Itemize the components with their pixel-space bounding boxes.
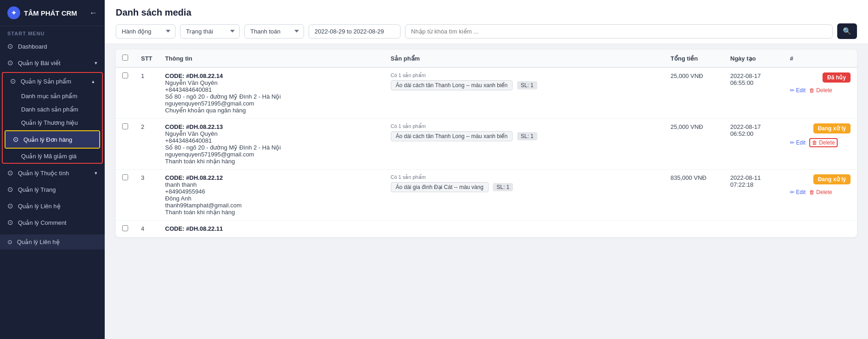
chevron-down-icon: ▾ xyxy=(95,170,97,176)
col-ngay-tao: Ngày tạo xyxy=(724,50,783,67)
row-checkbox[interactable] xyxy=(122,123,128,129)
sidebar-section-label: START MENU xyxy=(0,26,105,38)
row-products: Có 1 sản phẩm Áo dài cách tân Thanh Long… xyxy=(384,67,665,119)
edit-button[interactable]: ✏ Edit xyxy=(790,87,806,94)
payment-method: Thanh toán khi nhận hàng xyxy=(165,158,378,165)
edit-button[interactable]: ✏ Edit xyxy=(790,139,806,146)
table-container: STT Thông tin Sản phẩm Tổng tiền Ngày tạ… xyxy=(105,44,868,339)
row-products: Có 1 sản phẩm Áo dài gia đình Đại Cát --… xyxy=(384,170,665,221)
sidebar-item-danh-sach-san-pham[interactable]: Danh sách sản phẩm xyxy=(3,103,102,116)
logo-text: TÂM PHÁT CRM xyxy=(24,9,77,17)
order-code: CODE: #DH.08.22.13 xyxy=(165,123,378,130)
search-input[interactable] xyxy=(405,24,833,39)
san-pham-group: ⊙ Quản lý Sản phẩm ▴ Danh mục sản phẩm D… xyxy=(2,72,103,164)
row-info: CODE: #DH.08.22.14 Nguyễn Văn Quyên +844… xyxy=(159,67,384,119)
row-stt: 3 xyxy=(135,170,159,221)
sidebar-item-trang[interactable]: ⊙ Quản lý Trang xyxy=(0,181,105,198)
row-date: 2022-08-1706:52:00 xyxy=(724,119,783,170)
sidebar-item-label: Quản lý Thuộc tính xyxy=(18,170,90,177)
search-button[interactable]: 🔍 xyxy=(837,23,857,39)
sidebar-item-san-pham[interactable]: ⊙ Quản lý Sản phẩm ▴ xyxy=(3,73,102,89)
select-all-checkbox[interactable] xyxy=(122,55,128,61)
thanh-toan-select[interactable]: Thanh toán xyxy=(244,24,304,39)
sidebar-item-ma-giam-gia[interactable]: Quản lý Mã giảm giá xyxy=(3,150,102,163)
sidebar-item-thuong-hieu[interactable]: Quản lý Thương hiệu xyxy=(3,116,102,129)
row-actions xyxy=(783,221,857,238)
trang-icon: ⊙ xyxy=(7,185,13,194)
bottom-lien-he-icon: ⊙ xyxy=(7,239,12,245)
sidebar-item-label: Quản lý Bài viết xyxy=(18,60,90,67)
customer-email: nguyenquyen571995@gmail.com xyxy=(165,100,378,107)
customer-phone: +84904955946 xyxy=(165,188,378,195)
row-stt: 1 xyxy=(135,67,159,119)
hanh-dong-select[interactable]: Hành động xyxy=(116,24,175,39)
status-badge: Đang xử lý xyxy=(813,174,851,184)
customer-name: Nguyễn Văn Quyên xyxy=(165,130,378,137)
date-range-input[interactable] xyxy=(309,24,400,39)
table-row: 2 CODE: #DH.08.22.13 Nguyễn Văn Quyên +8… xyxy=(116,119,857,170)
col-thong-tin: Thông tin xyxy=(159,50,384,67)
row-checkbox[interactable] xyxy=(122,225,128,231)
page-title: Danh sách media xyxy=(116,7,857,18)
row-checkbox[interactable] xyxy=(122,174,128,180)
sidebar-item-bai-viet[interactable]: ⊙ Quản lý Bài viết ▾ xyxy=(0,55,105,71)
sidebar-back-button[interactable]: ← xyxy=(89,8,97,18)
customer-address: Số 80 - ngõ 20 - đường Mỹ Đình 2 - Hà Nộ… xyxy=(165,144,378,151)
row-date: 2022-08-1706:55:00 xyxy=(724,67,783,119)
sidebar-item-don-hang[interactable]: ⊙ Quản lý Đơn hàng xyxy=(6,131,99,148)
sidebar-item-label: Dashboard xyxy=(18,43,97,50)
sidebar-bottom-lien-he[interactable]: ⊙ Quản lý Liên hệ xyxy=(0,234,105,250)
row-actions: Đang xử lý ✏ Edit 🗑 Delete xyxy=(783,170,857,221)
bai-viet-icon: ⊙ xyxy=(7,59,13,67)
delete-button[interactable]: 🗑 Delete xyxy=(809,189,832,195)
sidebar-logo: ✦ TÂM PHÁT CRM xyxy=(7,6,77,19)
product-tag: Áo dài cách tân Thanh Long -- màu xanh b… xyxy=(391,131,513,141)
row-total: 25,000 VNĐ xyxy=(664,67,724,119)
table-row: 3 CODE: #DH.08.22.12 thanh thanh +849049… xyxy=(116,170,857,221)
col-checkbox xyxy=(116,50,135,67)
order-code: CODE: #DH.08.22.12 xyxy=(165,174,378,181)
sidebar-item-dashboard[interactable]: ⊙ Dashboard xyxy=(0,38,105,55)
table-header-row: STT Thông tin Sản phẩm Tổng tiền Ngày tạ… xyxy=(116,50,857,67)
sidebar-item-thuoc-tinh[interactable]: ⊙ Quản lý Thuộc tính ▾ xyxy=(0,165,105,181)
customer-name: thanh thanh xyxy=(165,181,378,188)
customer-address: Số 80 - ngõ 20 - đường Mỹ Đình 2 - Hà Nộ… xyxy=(165,93,378,100)
row-total xyxy=(664,221,724,238)
action-links: ✏ Edit 🗑 Delete xyxy=(790,138,851,147)
don-hang-active-wrapper: ⊙ Quản lý Đơn hàng xyxy=(5,130,100,149)
sidebar-item-label: Quản lý Trang xyxy=(18,186,97,193)
product-tag: Áo dài cách tân Thanh Long -- màu xanh b… xyxy=(391,80,513,90)
sidebar-item-lien-he[interactable]: ⊙ Quản lý Liên hệ xyxy=(0,198,105,214)
delete-button[interactable]: 🗑 Delete xyxy=(809,138,838,147)
row-stt: 4 xyxy=(135,221,159,238)
row-checkbox-cell xyxy=(116,170,135,221)
sidebar-item-comment[interactable]: ⊙ Quản lý Comment xyxy=(0,214,105,231)
sidebar-item-danh-muc-san-pham[interactable]: Danh mục sản phẩm xyxy=(3,89,102,103)
customer-address: Đông Anh xyxy=(165,195,378,202)
thuoc-tinh-icon: ⊙ xyxy=(7,169,13,177)
row-info: CODE: #DH.08.22.11 xyxy=(159,221,384,238)
payment-method: Chuyển khoản qua ngân hàng xyxy=(165,107,378,114)
sidebar-bottom-label: Quản lý Liên hệ xyxy=(17,239,60,245)
action-links: ✏ Edit 🗑 Delete xyxy=(790,189,851,195)
customer-name: Nguyễn Văn Quyên xyxy=(165,79,378,86)
col-tong-tien: Tổng tiền xyxy=(664,50,724,67)
edit-button[interactable]: ✏ Edit xyxy=(790,189,806,195)
sidebar-item-label: Quản lý Sản phẩm xyxy=(21,78,87,85)
sl-badge: SL: 1 xyxy=(517,81,537,89)
sl-badge: SL: 1 xyxy=(493,183,513,191)
row-stt: 2 xyxy=(135,119,159,170)
dashboard-icon: ⊙ xyxy=(7,42,13,50)
status-badge: Đang xử lý xyxy=(813,123,851,133)
customer-email: thanh99tamphat@gmail.com xyxy=(165,202,378,209)
sidebar-item-label: Quản lý Đơn hàng xyxy=(23,136,92,143)
sidebar-sub-label: Quản lý Thương hiệu xyxy=(21,119,78,126)
delete-button[interactable]: 🗑 Delete xyxy=(809,87,832,94)
product-tag: Áo dài gia đình Đại Cát -- màu vàng xyxy=(391,182,489,192)
trang-thai-select[interactable]: Trạng thái xyxy=(180,24,240,39)
col-stt: STT xyxy=(135,50,159,67)
col-san-pham: Sản phẩm xyxy=(384,50,665,67)
row-checkbox[interactable] xyxy=(122,72,128,78)
row-checkbox-cell xyxy=(116,119,135,170)
sidebar-sub-label: Danh mục sản phẩm xyxy=(21,93,77,100)
